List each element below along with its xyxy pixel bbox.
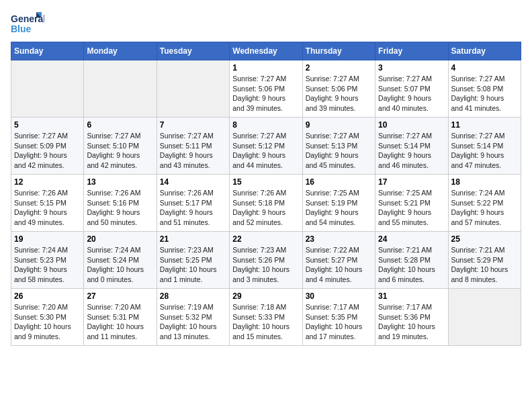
- day-info: Sunrise: 7:25 AM Sunset: 5:21 PM Dayligh…: [378, 188, 445, 228]
- calendar-cell: 26Sunrise: 7:20 AM Sunset: 5:30 PM Dayli…: [11, 289, 84, 346]
- day-info: Sunrise: 7:26 AM Sunset: 5:17 PM Dayligh…: [160, 188, 226, 228]
- day-info: Sunrise: 7:22 AM Sunset: 5:27 PM Dayligh…: [306, 245, 372, 285]
- column-header-wednesday: Wednesday: [230, 42, 302, 60]
- calendar-cell: 9Sunrise: 7:27 AM Sunset: 5:13 PM Daylig…: [302, 118, 375, 175]
- calendar-cell: 27Sunrise: 7:20 AM Sunset: 5:31 PM Dayli…: [84, 289, 157, 346]
- calendar-cell: 28Sunrise: 7:19 AM Sunset: 5:32 PM Dayli…: [157, 289, 229, 346]
- day-info: Sunrise: 7:26 AM Sunset: 5:18 PM Dayligh…: [232, 188, 299, 228]
- day-number: 20: [87, 234, 153, 244]
- day-number: 30: [306, 291, 372, 301]
- day-number: 25: [451, 234, 518, 244]
- calendar-week-1: 1Sunrise: 7:27 AM Sunset: 5:06 PM Daylig…: [11, 60, 521, 118]
- calendar-cell: [157, 60, 229, 118]
- calendar-cell: 3Sunrise: 7:27 AM Sunset: 5:07 PM Daylig…: [375, 60, 448, 118]
- day-number: 28: [160, 291, 226, 301]
- day-info: Sunrise: 7:27 AM Sunset: 5:06 PM Dayligh…: [306, 74, 372, 113]
- day-info: Sunrise: 7:26 AM Sunset: 5:16 PM Dayligh…: [87, 188, 153, 228]
- day-info: Sunrise: 7:18 AM Sunset: 5:33 PM Dayligh…: [232, 302, 299, 342]
- day-number: 12: [14, 177, 81, 187]
- calendar-cell: [84, 60, 157, 118]
- column-header-sunday: Sunday: [11, 42, 84, 60]
- day-number: 14: [160, 177, 226, 187]
- day-number: 31: [378, 291, 445, 301]
- calendar-cell: 11Sunrise: 7:27 AM Sunset: 5:14 PM Dayli…: [448, 118, 521, 175]
- day-number: 16: [306, 177, 372, 187]
- svg-text:Blue: Blue: [11, 24, 32, 34]
- calendar-cell: 21Sunrise: 7:23 AM Sunset: 5:25 PM Dayli…: [157, 232, 229, 289]
- day-info: Sunrise: 7:24 AM Sunset: 5:22 PM Dayligh…: [451, 188, 518, 228]
- calendar-cell: 20Sunrise: 7:24 AM Sunset: 5:24 PM Dayli…: [84, 232, 157, 289]
- day-info: Sunrise: 7:27 AM Sunset: 5:12 PM Dayligh…: [232, 131, 299, 171]
- column-header-thursday: Thursday: [302, 42, 375, 60]
- calendar-cell: 12Sunrise: 7:26 AM Sunset: 5:15 PM Dayli…: [11, 175, 84, 232]
- calendar-cell: 6Sunrise: 7:27 AM Sunset: 5:10 PM Daylig…: [84, 118, 157, 175]
- day-number: 27: [87, 291, 153, 301]
- day-info: Sunrise: 7:27 AM Sunset: 5:08 PM Dayligh…: [451, 74, 518, 113]
- day-number: 24: [378, 234, 445, 244]
- day-number: 9: [306, 120, 372, 130]
- day-number: 26: [14, 291, 81, 301]
- calendar-cell: 25Sunrise: 7:21 AM Sunset: 5:29 PM Dayli…: [448, 232, 521, 289]
- calendar-cell: 4Sunrise: 7:27 AM Sunset: 5:08 PM Daylig…: [448, 60, 521, 118]
- column-header-tuesday: Tuesday: [157, 42, 229, 60]
- calendar-week-2: 5Sunrise: 7:27 AM Sunset: 5:09 PM Daylig…: [11, 118, 521, 175]
- calendar-cell: 16Sunrise: 7:25 AM Sunset: 5:19 PM Dayli…: [302, 175, 375, 232]
- day-number: 19: [14, 234, 81, 244]
- day-number: 13: [87, 177, 153, 187]
- column-header-saturday: Saturday: [448, 42, 521, 60]
- day-number: 15: [232, 177, 299, 187]
- calendar-cell: 31Sunrise: 7:17 AM Sunset: 5:36 PM Dayli…: [375, 289, 448, 346]
- calendar-cell: 1Sunrise: 7:27 AM Sunset: 5:06 PM Daylig…: [230, 60, 302, 118]
- day-number: 18: [451, 177, 518, 187]
- day-number: 10: [378, 120, 445, 130]
- day-number: 4: [451, 63, 518, 73]
- calendar-cell: 30Sunrise: 7:17 AM Sunset: 5:35 PM Dayli…: [302, 289, 375, 346]
- calendar-cell: 2Sunrise: 7:27 AM Sunset: 5:06 PM Daylig…: [302, 60, 375, 118]
- day-number: 11: [451, 120, 518, 130]
- day-number: 1: [232, 63, 299, 73]
- day-number: 29: [232, 291, 299, 301]
- calendar-cell: 19Sunrise: 7:24 AM Sunset: 5:23 PM Dayli…: [11, 232, 84, 289]
- day-number: 23: [306, 234, 372, 244]
- calendar-week-3: 12Sunrise: 7:26 AM Sunset: 5:15 PM Dayli…: [11, 175, 521, 232]
- day-number: 7: [160, 120, 226, 130]
- logo: GeneralBlue: [11, 11, 44, 35]
- day-number: 22: [232, 234, 299, 244]
- day-number: 21: [160, 234, 226, 244]
- day-info: Sunrise: 7:27 AM Sunset: 5:11 PM Dayligh…: [160, 131, 226, 171]
- calendar-cell: 10Sunrise: 7:27 AM Sunset: 5:14 PM Dayli…: [375, 118, 448, 175]
- day-info: Sunrise: 7:23 AM Sunset: 5:26 PM Dayligh…: [232, 245, 299, 285]
- day-info: Sunrise: 7:26 AM Sunset: 5:15 PM Dayligh…: [14, 188, 81, 228]
- day-info: Sunrise: 7:27 AM Sunset: 5:07 PM Dayligh…: [378, 74, 445, 113]
- calendar-cell: 18Sunrise: 7:24 AM Sunset: 5:22 PM Dayli…: [448, 175, 521, 232]
- page-header: GeneralBlue: [11, 11, 521, 35]
- day-number: 17: [378, 177, 445, 187]
- calendar-cell: 24Sunrise: 7:21 AM Sunset: 5:28 PM Dayli…: [375, 232, 448, 289]
- day-number: 6: [87, 120, 153, 130]
- day-info: Sunrise: 7:20 AM Sunset: 5:30 PM Dayligh…: [14, 302, 81, 342]
- calendar-cell: [448, 289, 521, 346]
- calendar-week-4: 19Sunrise: 7:24 AM Sunset: 5:23 PM Dayli…: [11, 232, 521, 289]
- day-info: Sunrise: 7:27 AM Sunset: 5:14 PM Dayligh…: [451, 131, 518, 171]
- day-info: Sunrise: 7:24 AM Sunset: 5:24 PM Dayligh…: [87, 245, 153, 285]
- day-info: Sunrise: 7:17 AM Sunset: 5:36 PM Dayligh…: [378, 302, 445, 342]
- day-info: Sunrise: 7:23 AM Sunset: 5:25 PM Dayligh…: [160, 245, 226, 285]
- day-number: 2: [306, 63, 372, 73]
- calendar-cell: 5Sunrise: 7:27 AM Sunset: 5:09 PM Daylig…: [11, 118, 84, 175]
- day-info: Sunrise: 7:27 AM Sunset: 5:13 PM Dayligh…: [306, 131, 372, 171]
- calendar-table: SundayMondayTuesdayWednesdayThursdayFrid…: [11, 42, 521, 346]
- column-header-monday: Monday: [84, 42, 157, 60]
- day-info: Sunrise: 7:27 AM Sunset: 5:14 PM Dayligh…: [378, 131, 445, 171]
- column-header-friday: Friday: [375, 42, 448, 60]
- day-info: Sunrise: 7:24 AM Sunset: 5:23 PM Dayligh…: [14, 245, 81, 285]
- calendar-header-row: SundayMondayTuesdayWednesdayThursdayFrid…: [11, 42, 521, 60]
- calendar-cell: 22Sunrise: 7:23 AM Sunset: 5:26 PM Dayli…: [230, 232, 302, 289]
- calendar-cell: 17Sunrise: 7:25 AM Sunset: 5:21 PM Dayli…: [375, 175, 448, 232]
- calendar-cell: 8Sunrise: 7:27 AM Sunset: 5:12 PM Daylig…: [230, 118, 302, 175]
- day-info: Sunrise: 7:27 AM Sunset: 5:10 PM Dayligh…: [87, 131, 153, 171]
- calendar-cell: 13Sunrise: 7:26 AM Sunset: 5:16 PM Dayli…: [84, 175, 157, 232]
- logo-svg: GeneralBlue: [11, 11, 44, 35]
- day-info: Sunrise: 7:27 AM Sunset: 5:06 PM Dayligh…: [232, 74, 299, 113]
- calendar-cell: 15Sunrise: 7:26 AM Sunset: 5:18 PM Dayli…: [230, 175, 302, 232]
- day-number: 3: [378, 63, 445, 73]
